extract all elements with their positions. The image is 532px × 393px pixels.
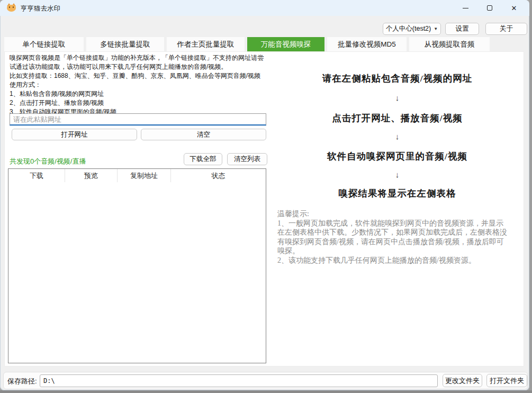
tab-bar: 单个链接提取 多链接批量提取 作者主页批量提取 万能音视频嗅探 批量修改视频MD… — [4, 37, 490, 51]
download-all-label: 下载全部 — [190, 155, 217, 164]
url-input[interactable] — [10, 113, 266, 126]
screen-edge-right — [529, 0, 532, 393]
account-label: 个人中心(test2) — [386, 24, 431, 33]
tab-author-page-batch[interactable]: 作者主页批量提取 — [167, 37, 245, 51]
sniff-result-table: 下载 预览 复制地址 状态 — [8, 168, 266, 363]
tab-modify-md5[interactable]: 批量修改视频MD5 — [327, 37, 407, 51]
column-header-copy-url: 复制地址 — [118, 169, 171, 182]
step-paste-url: 请在左侧粘贴包含音频/视频的网址 — [270, 72, 524, 85]
table-header-row: 下载 预览 复制地址 状态 — [8, 169, 266, 182]
clear-url-label: 清空 — [197, 130, 210, 139]
tab-extract-audio[interactable]: 从视频提取音频 — [409, 37, 490, 51]
tab-label: 批量修改视频MD5 — [338, 40, 396, 49]
tab-label: 作者主页批量提取 — [177, 40, 235, 49]
minimize-button[interactable] — [453, 0, 477, 16]
tab-single-link-extract[interactable]: 单个链接提取 — [4, 37, 84, 51]
change-folder-button[interactable]: 更改文件夹 — [443, 374, 482, 387]
tab-universal-sniffer[interactable]: 万能音视频嗅探 — [247, 37, 324, 51]
open-folder-label: 打开文件夹 — [490, 376, 524, 386]
maximize-button[interactable] — [477, 0, 502, 16]
tab-label: 单个链接提取 — [23, 40, 66, 49]
tab-label: 多链接批量提取 — [100, 40, 150, 49]
account-dropdown[interactable]: 个人中心(test2) ▼ — [383, 23, 441, 35]
taskbar-sliver — [0, 390, 532, 393]
column-header-status: 状态 — [171, 169, 266, 182]
sniff-result-count: 共发现0个音频/视频/直播 — [10, 157, 86, 166]
step-open-play: 点击打开网址、播放音频/视频 — [270, 112, 524, 124]
app-window: 亨亨猫去水印 ✕ 个人中心(test2) ▼ 设置 关于 单个链接提取 多链接批… — [0, 0, 529, 390]
step-auto-sniff: 软件自动嗅探网页里的音频/视频 — [270, 150, 524, 163]
open-url-button[interactable]: 打开网址 — [12, 129, 137, 140]
cat-app-icon — [7, 4, 16, 12]
save-path-label: 保存路径: — [7, 377, 37, 386]
feature-description: 嗅探网页音视频是「单个链接提取」功能的补充版本，「单个链接提取」不支持的网址请尝… — [10, 53, 274, 117]
clear-list-label: 清空列表 — [234, 155, 260, 164]
change-folder-label: 更改文件夹 — [445, 376, 480, 386]
titlebar: 亨亨猫去水印 ✕ — [0, 0, 529, 16]
download-all-button[interactable]: 下载全部 — [184, 153, 222, 165]
close-button[interactable]: ✕ — [502, 0, 526, 16]
down-arrow-icon: ↓ — [270, 170, 524, 179]
down-arrow-icon: ↓ — [270, 132, 524, 141]
minimize-icon — [463, 8, 468, 8]
window-title: 亨亨猫去水印 — [21, 4, 60, 13]
step-result-table: 嗅探结果将显示在左侧表格 — [270, 187, 524, 200]
about-button[interactable]: 关于 — [485, 23, 527, 35]
about-label: 关于 — [500, 24, 513, 33]
column-header-download: 下载 — [8, 169, 65, 182]
clear-list-button[interactable]: 清空列表 — [227, 153, 267, 165]
save-path-input[interactable] — [40, 374, 438, 387]
table-body-empty[interactable] — [8, 182, 266, 364]
column-header-preview: 预览 — [65, 169, 118, 182]
tab-label: 从视频提取音频 — [425, 40, 475, 49]
settings-label: 设置 — [456, 24, 469, 33]
chevron-down-icon: ▼ — [434, 26, 438, 31]
clear-url-button[interactable]: 清空 — [141, 129, 266, 140]
tab-label: 万能音视频嗅探 — [261, 40, 311, 49]
settings-button[interactable]: 设置 — [445, 23, 479, 35]
down-arrow-icon: ↓ — [270, 93, 524, 102]
warm-tips-text: 温馨提示: 1、一般网页加载完成，软件就能嗅探到网页中的音视频资源，并显示 在左… — [277, 209, 522, 265]
maximize-icon — [487, 5, 492, 11]
tab-multi-link-batch[interactable]: 多链接批量提取 — [86, 37, 164, 51]
close-icon: ✕ — [511, 5, 517, 12]
window-controls: ✕ — [453, 0, 526, 16]
open-url-label: 打开网址 — [61, 130, 88, 139]
open-folder-button[interactable]: 打开文件夹 — [486, 374, 527, 387]
